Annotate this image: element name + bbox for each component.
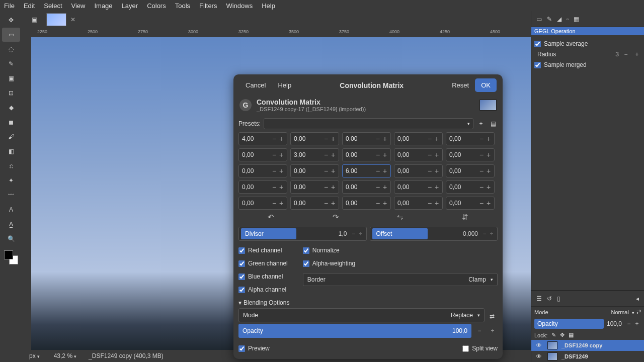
cell-minus[interactable]: −: [374, 199, 381, 207]
cell-plus[interactable]: +: [485, 199, 492, 207]
cell-minus[interactable]: −: [271, 151, 278, 159]
sample-average-check[interactable]: Sample average: [534, 40, 641, 47]
cell-plus[interactable]: +: [330, 135, 337, 143]
matrix-cell-3-1[interactable]: 0,00−+: [290, 180, 339, 194]
menu-windows[interactable]: Windows: [226, 2, 253, 10]
cell-minus[interactable]: −: [374, 135, 381, 143]
image-tab-thumb[interactable]: [46, 13, 66, 26]
alpha-channel-check[interactable]: Alpha channel: [238, 286, 288, 293]
cell-minus[interactable]: −: [323, 199, 330, 207]
menu-edit[interactable]: Edit: [24, 2, 35, 10]
matrix-flip-v-icon[interactable]: ⇵: [462, 213, 468, 222]
cell-minus[interactable]: −: [478, 183, 485, 191]
preset-manage-icon[interactable]: ▤: [489, 119, 498, 128]
cell-plus[interactable]: +: [330, 199, 337, 207]
offset-field[interactable]: Offset 0,000 −+: [370, 227, 498, 241]
layer-opacity-minus[interactable]: −: [625, 320, 633, 328]
blend-mode-swap-icon[interactable]: ⇄: [487, 313, 498, 320]
menu-filters[interactable]: Filters: [199, 2, 217, 10]
cancel-button[interactable]: Cancel: [239, 78, 272, 92]
cell-plus[interactable]: +: [433, 151, 440, 159]
cell-plus[interactable]: +: [381, 183, 388, 191]
normalize-check[interactable]: Normalize: [303, 247, 498, 254]
warp-tool[interactable]: ◆: [2, 101, 20, 115]
clone-tool[interactable]: ⎌: [2, 159, 20, 173]
zoom-tool[interactable]: 🔍: [2, 232, 20, 246]
preset-add-icon[interactable]: +: [476, 119, 486, 128]
text-tool[interactable]: A: [2, 203, 20, 217]
close-tab-icon[interactable]: ✕: [69, 16, 76, 23]
cell-plus[interactable]: +: [433, 135, 440, 143]
matrix-cell-2-1[interactable]: 0,00−+: [290, 164, 339, 177]
matrix-rotate-right-icon[interactable]: ↷: [333, 213, 339, 222]
blend-opacity-plus[interactable]: +: [488, 327, 498, 334]
cell-plus[interactable]: +: [330, 183, 337, 191]
matrix-cell-3-2[interactable]: 0,00−+: [342, 180, 391, 194]
presets-combo[interactable]: ▾: [264, 118, 473, 129]
paths-tab-icon[interactable]: ▯: [557, 295, 560, 302]
channels-tab-icon[interactable]: ↺: [547, 295, 552, 302]
matrix-cell-1-1[interactable]: 3,00−+: [290, 148, 339, 161]
matrix-cell-0-3[interactable]: 0,00−+: [394, 132, 443, 145]
color-picker-tool[interactable]: A̲: [2, 217, 20, 231]
cell-minus[interactable]: −: [426, 135, 433, 143]
transform-tool[interactable]: ⊡: [2, 86, 20, 100]
cell-plus[interactable]: +: [485, 167, 492, 175]
matrix-cell-3-4[interactable]: 0,00−+: [446, 180, 495, 194]
cell-plus[interactable]: +: [381, 135, 388, 143]
radius-minus[interactable]: −: [622, 50, 630, 58]
radius-value[interactable]: 3: [615, 51, 619, 58]
cell-minus[interactable]: −: [426, 151, 433, 159]
divisor-field[interactable]: Divisor 1,0 −+: [238, 227, 367, 241]
cell-plus[interactable]: +: [381, 167, 388, 175]
cell-minus[interactable]: −: [374, 167, 381, 175]
matrix-cell-4-4[interactable]: 0,00−+: [446, 197, 495, 210]
lock-position-icon[interactable]: ✥: [560, 332, 565, 338]
menu-image[interactable]: Image: [94, 2, 112, 10]
matrix-cell-0-4[interactable]: 0,00−+: [446, 132, 495, 145]
layer-opacity-value[interactable]: 100,0: [604, 320, 625, 327]
menu-view[interactable]: View: [71, 2, 86, 10]
cell-minus[interactable]: −: [426, 183, 433, 191]
cell-plus[interactable]: +: [278, 135, 285, 143]
matrix-flip-h-icon[interactable]: ⇋: [397, 213, 404, 222]
menu-colors[interactable]: Colors: [147, 2, 166, 10]
layer-opacity-plus[interactable]: +: [633, 320, 641, 328]
rect-select-tool[interactable]: ▭: [2, 28, 20, 42]
ok-button[interactable]: OK: [475, 78, 497, 92]
cell-plus[interactable]: +: [381, 199, 388, 207]
layer-visibility-icon[interactable]: 👁: [534, 353, 543, 360]
cell-minus[interactable]: −: [478, 151, 485, 159]
mode-swap-icon[interactable]: ⇄: [636, 309, 641, 315]
cell-minus[interactable]: −: [323, 167, 330, 175]
lock-pixels-icon[interactable]: ✎: [551, 332, 556, 338]
menu-tools[interactable]: Tools: [175, 2, 190, 10]
panel-menu-icon[interactable]: ◂: [636, 295, 639, 302]
matrix-cell-0-2[interactable]: 0,00−+: [342, 132, 391, 145]
smudge-tool[interactable]: ✦: [2, 173, 20, 188]
layer-row[interactable]: 👁_DSF1249: [531, 351, 644, 362]
cell-plus[interactable]: +: [433, 199, 440, 207]
matrix-cell-4-3[interactable]: 0,00−+: [394, 197, 443, 210]
cell-plus[interactable]: +: [278, 183, 285, 191]
histogram-icon[interactable]: ◢: [557, 16, 561, 23]
cell-plus[interactable]: +: [433, 183, 440, 191]
unit-select[interactable]: px▾: [27, 352, 42, 360]
matrix-cell-3-3[interactable]: 0,00−+: [394, 180, 443, 194]
menu-help[interactable]: Help: [262, 2, 275, 10]
cell-minus[interactable]: −: [271, 199, 278, 207]
menu-file[interactable]: File: [4, 2, 15, 10]
matrix-cell-0-0[interactable]: 4,00−+: [238, 132, 287, 145]
preview-check[interactable]: Preview: [238, 345, 270, 352]
cell-minus[interactable]: −: [271, 135, 278, 143]
cell-plus[interactable]: +: [485, 151, 492, 159]
blending-options-toggle[interactable]: ▾Blending Options: [238, 299, 498, 306]
paths-tool[interactable]: 〰: [2, 188, 20, 202]
matrix-cell-3-0[interactable]: 0,00−+: [238, 180, 287, 194]
matrix-cell-2-3[interactable]: 0,00−+: [394, 164, 443, 177]
free-select-tool[interactable]: ◌: [2, 42, 20, 56]
red-channel-check[interactable]: Red channel: [238, 247, 288, 254]
layer-mode-value[interactable]: Normal ▾: [611, 309, 634, 315]
blend-mode-select[interactable]: Mode Replace▾: [238, 308, 485, 322]
blue-channel-check[interactable]: Blue channel: [238, 273, 288, 280]
